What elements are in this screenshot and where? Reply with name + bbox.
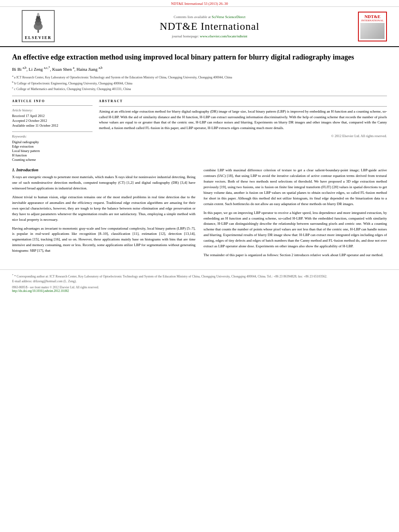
- affiliations: a a ICT Research Center, Key Laboratory …: [12, 74, 387, 92]
- intro-para-2: Almost trivial to human vision, edge ext…: [12, 195, 195, 223]
- homepage-link[interactable]: www.elsevier.com/locate/ndteint: [200, 34, 247, 38]
- ndte-logo-image: [360, 23, 385, 39]
- abstract-text: Aiming at an efficient edge extraction m…: [99, 109, 387, 131]
- issn-line: 0963-8695/$ - see front matter © 2012 El…: [12, 286, 387, 289]
- footnote-text: * * Corresponding author at: ICT Researc…: [12, 273, 387, 279]
- elsevier-text: ELSEVIER: [25, 35, 52, 40]
- contents-line: Contents lists available at SciVerse Sci…: [64, 15, 355, 19]
- article-info-col: ARTICLE INFO Article history: Received 1…: [12, 99, 93, 162]
- intro-column: 1. Introduction X-rays are energetic eno…: [12, 168, 195, 261]
- received-date: Received 17 April 2012: [12, 114, 93, 118]
- keyword-1: Digital radiography: [12, 140, 93, 144]
- right-para-3: The remainder of this paper is organized…: [204, 253, 387, 258]
- author-bi-sup: a,b: [23, 66, 27, 70]
- divider-1: [12, 96, 387, 96]
- doi-line: http://dx.doi.org/10.1016/j.ndteint.2012…: [12, 289, 387, 293]
- article-history-box: Article history: Received 17 April 2012 …: [12, 105, 93, 127]
- affiliation-a: a a ICT Research Center, Key Laboratory …: [12, 74, 387, 80]
- intro-section-title: 1. Introduction: [12, 168, 195, 172]
- available-date: Available online 11 October 2012: [12, 123, 93, 127]
- intro-para-3: Having advantages as invariant to monoto…: [12, 226, 195, 254]
- journal-header: ELSEVIER Contents lists available at Sci…: [0, 7, 399, 47]
- author-shen: Kuan Shen: [52, 67, 73, 72]
- author-zeng-sup: a,c,*: [44, 66, 50, 70]
- homepage-label: journal homepage:: [172, 34, 199, 38]
- keywords-label: Keywords:: [12, 134, 93, 138]
- elsevier-logo-box: ELSEVIER: [22, 10, 55, 42]
- abstract-heading: ABSTRACT: [99, 99, 387, 103]
- svg-point-5: [37, 13, 39, 16]
- article-title: An effective edge extraction method usin…: [12, 53, 387, 62]
- footnote-content: * Corresponding author at: ICT Research …: [14, 275, 327, 278]
- affiliation-b: b b College of Optoelectronic Engineerin…: [12, 80, 387, 86]
- email-footnote: E-mail address: drlizeng@hotmail.com (L.…: [12, 279, 387, 284]
- footer: * * Corresponding author at: ICT Researc…: [0, 269, 399, 295]
- keyword-2: Edge extraction: [12, 144, 93, 148]
- email-label: E-mail address:: [12, 279, 32, 283]
- right-column: combine LBP with maximal difference crit…: [204, 168, 387, 261]
- keyword-3: Local binary pattern: [12, 149, 93, 153]
- author-bi: Bi Bi: [12, 67, 23, 72]
- elsevier-tree-icon: [26, 12, 50, 35]
- journal-citation-text: NDT&E International 53 (2013) 26–30: [171, 2, 228, 6]
- contents-label: Contents lists available at: [174, 15, 211, 19]
- keyword-5: Counting scheme: [12, 158, 93, 162]
- author-zeng: Li Zeng: [29, 67, 44, 72]
- intro-number: 1.: [12, 168, 15, 172]
- body-content: 1. Introduction X-rays are energetic eno…: [12, 168, 387, 261]
- intro-title: Introduction: [16, 168, 39, 172]
- copyright-line: © 2012 Elsevier Ltd. All rights reserved…: [99, 134, 387, 138]
- article-info-heading: ARTICLE INFO: [12, 99, 93, 103]
- intro-para-1: X-rays are energetic enough to penetrate…: [12, 175, 195, 191]
- accepted-date: Accepted 2 October 2012: [12, 119, 93, 123]
- keywords-box: Keywords: Digital radiography Edge extra…: [12, 131, 93, 162]
- journal-title: NDT&E International: [64, 21, 355, 33]
- journal-citation-bar: NDT&E International 53 (2013) 26–30: [0, 0, 399, 7]
- info-abstract-section: ARTICLE INFO Article history: Received 1…: [12, 99, 387, 162]
- right-para-2: In this paper, we go on improving LBP op…: [204, 210, 387, 250]
- keyword-4: H function: [12, 153, 93, 157]
- journal-homepage: journal homepage: www.elsevier.com/locat…: [64, 34, 355, 38]
- ndte-logo-box: NDT&E INTERNATIONAL: [358, 12, 387, 41]
- ndte-logo-text: NDT&E: [360, 14, 385, 19]
- right-para-1: combine LBP with maximal difference crit…: [204, 168, 387, 207]
- abstract-col: ABSTRACT Aiming at an efficient edge ext…: [99, 99, 387, 162]
- author-jiang-sup: a,b: [99, 66, 103, 70]
- affiliation-c: c c College of Mathematics and Statistic…: [12, 86, 387, 92]
- ndte-logo-area: NDT&E INTERNATIONAL: [355, 12, 387, 41]
- history-label: Article history:: [12, 108, 93, 112]
- journal-header-center: Contents lists available at SciVerse Sci…: [64, 15, 355, 38]
- sciverse-link[interactable]: SciVerse ScienceDirect: [212, 15, 245, 19]
- elsevier-logo-area: ELSEVIER: [12, 10, 64, 43]
- abstract-divider: [99, 106, 387, 107]
- email-value: drlizeng@hotmail.com (L. Zeng).: [33, 279, 76, 283]
- author-jiang: Haina Jiang: [76, 67, 99, 72]
- authors-line: Bi Bi a,b, Li Zeng a,c,*, Kuan Shen a, H…: [12, 66, 387, 72]
- main-content: An effective edge extraction method usin…: [0, 47, 399, 265]
- ndte-logo-sub: INTERNATIONAL: [360, 19, 385, 22]
- elsevier-logo: ELSEVIER: [12, 10, 64, 43]
